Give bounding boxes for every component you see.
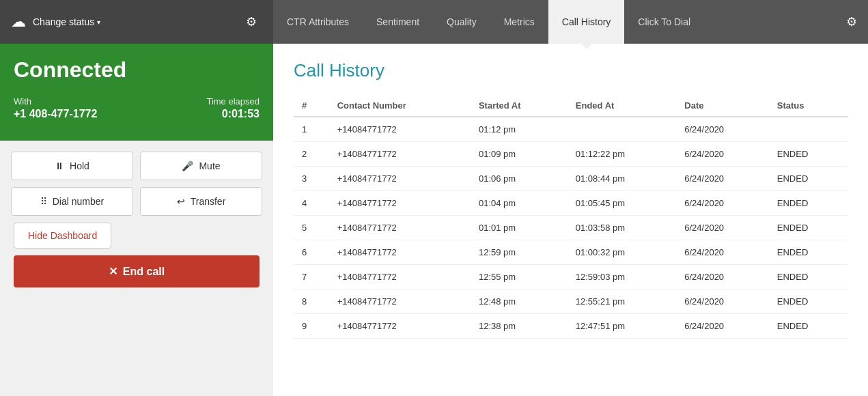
change-status-button[interactable]: Change status ▾ bbox=[33, 16, 100, 27]
table-body: 1+1408477177201:12 pm6/24/20202+14084771… bbox=[294, 117, 848, 339]
cell-status: ENDED bbox=[769, 191, 848, 216]
table-row: 1+1408477177201:12 pm6/24/2020 bbox=[294, 117, 848, 142]
cell-contact: +14084771772 bbox=[329, 265, 471, 289]
mute-label: Mute bbox=[199, 160, 220, 171]
col-num: # bbox=[294, 95, 329, 117]
tab-metrics[interactable]: Metrics bbox=[490, 0, 548, 44]
hold-label: Hold bbox=[70, 160, 89, 171]
table-row: 2+1408477177201:09 pm01:12:22 pm6/24/202… bbox=[294, 142, 848, 167]
end-call-button[interactable]: ✕ End call bbox=[14, 255, 260, 287]
cell-started: 12:59 pm bbox=[471, 240, 568, 265]
cell-started: 12:55 pm bbox=[471, 265, 568, 289]
cell-started: 12:38 pm bbox=[471, 314, 568, 339]
col-started: Started At bbox=[471, 95, 568, 117]
cell-date: 6/24/2020 bbox=[676, 117, 769, 142]
table-row: 5+1408477177201:01 pm01:03:58 pm6/24/202… bbox=[294, 216, 848, 240]
table-row: 9+1408477177212:38 pm12:47:51 pm6/24/202… bbox=[294, 314, 848, 339]
cell-date: 6/24/2020 bbox=[676, 314, 769, 339]
cell-ended: 12:59:03 pm bbox=[568, 265, 676, 289]
dial-icon: ⠿ bbox=[40, 196, 47, 207]
col-status: Status bbox=[769, 95, 848, 117]
mute-icon: 🎤 bbox=[182, 160, 193, 171]
left-panel: Connected With +1 408-477-1772 Time elap… bbox=[0, 44, 273, 396]
call-history-title: Call History bbox=[294, 60, 848, 81]
table-row: 3+1408477177201:06 pm01:08:44 pm6/24/202… bbox=[294, 167, 848, 191]
with-label: With bbox=[14, 96, 97, 107]
transfer-button[interactable]: ↩ Transfer bbox=[140, 187, 262, 216]
settings-gear-right-button[interactable]: ⚙ bbox=[835, 0, 868, 44]
cell-started: 01:06 pm bbox=[471, 167, 568, 191]
cell-ended: 01:08:44 pm bbox=[568, 167, 676, 191]
cell-ended: 01:05:45 pm bbox=[568, 191, 676, 216]
time-elapsed-value: 0:01:53 bbox=[222, 108, 260, 120]
dial-number-label: Dial number bbox=[53, 196, 104, 207]
chevron-down-icon: ▾ bbox=[97, 18, 100, 26]
main-content: Connected With +1 408-477-1772 Time elap… bbox=[0, 44, 868, 396]
hide-dashboard-label: Hide Dashboard bbox=[28, 230, 97, 241]
cell-status: ENDED bbox=[769, 216, 848, 240]
call-info-right: Time elapsed 0:01:53 bbox=[206, 96, 260, 120]
tab-click-to-dial[interactable]: Click To Dial bbox=[624, 0, 704, 44]
table-row: 6+1408477177212:59 pm01:00:32 pm6/24/202… bbox=[294, 240, 848, 265]
cell-status: ENDED bbox=[769, 289, 848, 314]
cell-num: 9 bbox=[294, 314, 329, 339]
cell-contact: +14084771772 bbox=[329, 289, 471, 314]
nav-tabs: CTR Attributes Sentiment Quality Metrics… bbox=[273, 0, 835, 44]
cell-ended: 01:00:32 pm bbox=[568, 240, 676, 265]
cell-contact: +14084771772 bbox=[329, 167, 471, 191]
top-nav: ☁ Change status ▾ ⚙ CTR Attributes Senti… bbox=[0, 0, 868, 44]
cell-date: 6/24/2020 bbox=[676, 240, 769, 265]
transfer-label: Transfer bbox=[191, 196, 226, 207]
hold-button[interactable]: ⏸ Hold bbox=[11, 152, 133, 180]
connected-status: Connected bbox=[14, 57, 260, 83]
connected-header: Connected With +1 408-477-1772 Time elap… bbox=[0, 44, 273, 141]
end-call-icon: ✕ bbox=[109, 265, 117, 278]
cell-ended: 01:12:22 pm bbox=[568, 142, 676, 167]
cell-contact: +14084771772 bbox=[329, 191, 471, 216]
tab-quality[interactable]: Quality bbox=[433, 0, 490, 44]
table-header: # Contact Number Started At Ended At Dat… bbox=[294, 95, 848, 117]
cell-status bbox=[769, 117, 848, 142]
transfer-icon: ↩ bbox=[177, 196, 185, 207]
cell-contact: +14084771772 bbox=[329, 240, 471, 265]
cell-contact: +14084771772 bbox=[329, 142, 471, 167]
cell-ended bbox=[568, 117, 676, 142]
cell-date: 6/24/2020 bbox=[676, 142, 769, 167]
caller-number: +1 408-477-1772 bbox=[14, 108, 97, 120]
cell-contact: +14084771772 bbox=[329, 314, 471, 339]
tab-call-history[interactable]: Call History bbox=[548, 0, 625, 44]
cell-ended: 12:55:21 pm bbox=[568, 289, 676, 314]
cell-contact: +14084771772 bbox=[329, 216, 471, 240]
cell-num: 2 bbox=[294, 142, 329, 167]
mute-button[interactable]: 🎤 Mute bbox=[140, 152, 262, 180]
table-row: 4+1408477177201:04 pm01:05:45 pm6/24/202… bbox=[294, 191, 848, 216]
col-ended: Ended At bbox=[568, 95, 676, 117]
cell-started: 12:48 pm bbox=[471, 289, 568, 314]
cell-status: ENDED bbox=[769, 314, 848, 339]
cell-status: ENDED bbox=[769, 265, 848, 289]
call-info: With +1 408-477-1772 Time elapsed 0:01:5… bbox=[14, 96, 260, 120]
cell-ended: 01:03:58 pm bbox=[568, 216, 676, 240]
hide-dashboard-button[interactable]: Hide Dashboard bbox=[14, 223, 111, 249]
cell-num: 6 bbox=[294, 240, 329, 265]
cell-date: 6/24/2020 bbox=[676, 289, 769, 314]
tab-ctr-attributes[interactable]: CTR Attributes bbox=[273, 0, 363, 44]
end-call-label: End call bbox=[123, 266, 165, 278]
cell-status: ENDED bbox=[769, 142, 848, 167]
cell-status: ENDED bbox=[769, 240, 848, 265]
cell-date: 6/24/2020 bbox=[676, 167, 769, 191]
cell-num: 3 bbox=[294, 167, 329, 191]
cell-started: 01:09 pm bbox=[471, 142, 568, 167]
dial-number-button[interactable]: ⠿ Dial number bbox=[11, 187, 133, 216]
table-header-row: # Contact Number Started At Ended At Dat… bbox=[294, 95, 848, 117]
settings-gear-left-button[interactable]: ⚙ bbox=[240, 9, 262, 35]
tab-sentiment[interactable]: Sentiment bbox=[363, 0, 433, 44]
top-nav-left: ☁ Change status ▾ ⚙ bbox=[0, 0, 273, 44]
control-row-2: ⠿ Dial number ↩ Transfer bbox=[11, 187, 262, 216]
cell-status: ENDED bbox=[769, 167, 848, 191]
cell-contact: +14084771772 bbox=[329, 117, 471, 142]
controls-panel: ⏸ Hold 🎤 Mute ⠿ Dial number ↩ Transfer bbox=[0, 141, 273, 396]
cell-date: 6/24/2020 bbox=[676, 216, 769, 240]
cell-num: 7 bbox=[294, 265, 329, 289]
cell-num: 8 bbox=[294, 289, 329, 314]
